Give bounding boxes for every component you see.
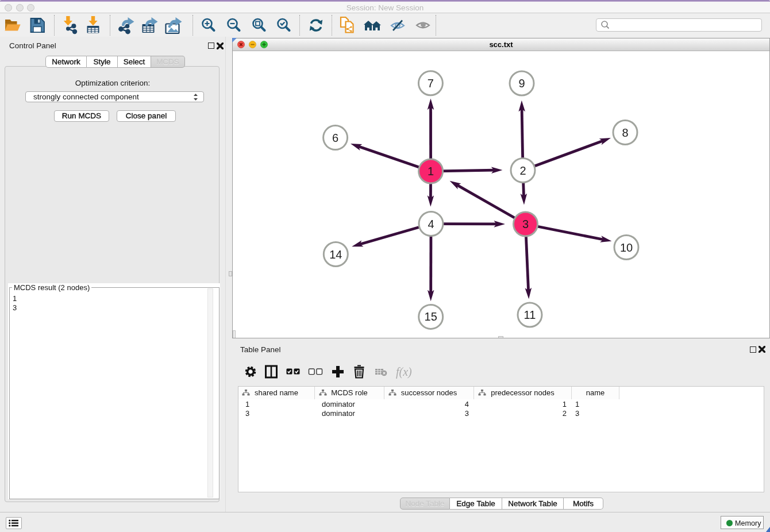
svg-text:3: 3	[522, 218, 529, 230]
svg-text:15: 15	[425, 310, 437, 323]
svg-text:8: 8	[622, 126, 628, 139]
svg-text:6: 6	[332, 132, 338, 144]
svg-text:9: 9	[518, 77, 525, 90]
svg-text:11: 11	[524, 309, 536, 321]
svg-text:f(x): f(x)	[396, 365, 412, 379]
svg-text:1: 1	[428, 165, 434, 178]
svg-text:10: 10	[620, 241, 633, 254]
svg-text:7: 7	[428, 77, 434, 90]
svg-text:2: 2	[519, 164, 526, 177]
svg-text:4: 4	[428, 218, 434, 230]
svg-text:14: 14	[329, 248, 342, 261]
